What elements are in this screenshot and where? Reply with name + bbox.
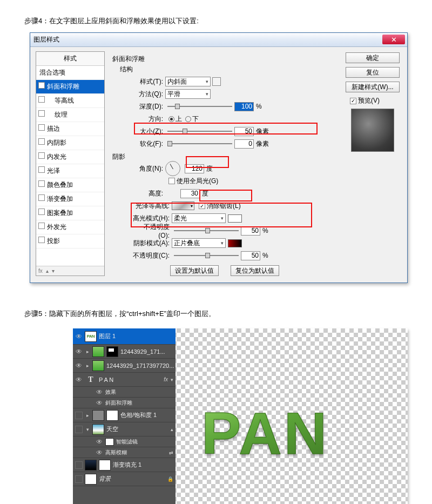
step4-title: 步骤4：在文字图层上应用斜面和浮雕效果使用以下设置:	[24, 16, 408, 26]
size-label: 大小(Z):	[133, 127, 163, 136]
layers-panel: 👁 PAN 图层 1 👁▸ 12443929_171... 👁▸ 1244392…	[73, 328, 176, 504]
hl-opacity-slider[interactable]	[174, 227, 239, 234]
angle-dial[interactable]	[165, 161, 180, 176]
hl-opacity-input[interactable]: 50	[241, 226, 260, 236]
close-button[interactable]: ✕	[382, 35, 405, 44]
hl-mode-label: 高光模式(H):	[133, 214, 170, 223]
sh-color-swatch[interactable]	[228, 239, 242, 247]
layer-row-2[interactable]: 👁▸ 12443929_1717397720...	[73, 359, 176, 373]
item-color-overlay[interactable]: 颜色叠加	[36, 178, 104, 192]
depth-slider[interactable]	[167, 103, 232, 110]
dialog-title: 图层样式	[33, 35, 59, 44]
layer-mask-thumb	[99, 460, 111, 471]
reset-default-button[interactable]: 复位为默认值	[231, 265, 279, 276]
fx-badge[interactable]: fx	[164, 377, 168, 382]
sh-mode-select[interactable]: 正片叠底▾	[172, 238, 226, 248]
visibility-icon[interactable]: 👁	[96, 399, 103, 407]
global-light-checkbox[interactable]	[168, 178, 175, 184]
layer-style-dialog: 图层样式 ✕ 样式 混合选项 ✓斜面和浮雕 等高线 纹理 描边 内阴影 内发光 …	[30, 32, 408, 283]
dir-down-radio[interactable]	[185, 116, 191, 122]
item-satin[interactable]: 光泽	[36, 164, 104, 178]
soften-input[interactable]: 0	[234, 139, 254, 149]
visibility-off[interactable]	[75, 475, 83, 483]
gauss-label: 高斯模糊	[105, 449, 176, 456]
sh-opacity-unit: %	[262, 252, 268, 259]
layer-smart-filters[interactable]: 👁 智能滤镜	[73, 436, 176, 447]
gloss-label: 光泽等高线:	[133, 201, 170, 211]
new-style-button[interactable]: 新建样式(W)...	[346, 82, 400, 92]
visibility-off[interactable]	[75, 461, 83, 469]
layer-row-hue[interactable]: ▸ 色相/饱和度 1	[73, 408, 176, 422]
style-select[interactable]: 内斜面▾	[165, 77, 211, 86]
style-help[interactable]	[212, 77, 221, 86]
item-stroke[interactable]: 描边	[36, 122, 104, 136]
layer-thumb	[85, 474, 97, 485]
angle-label: 角度(N):	[133, 164, 163, 173]
layer-row-top[interactable]: 👁 PAN 图层 1	[73, 328, 176, 345]
layer-thumb	[85, 460, 97, 471]
layer-thumb	[92, 360, 104, 371]
visibility-off[interactable]	[75, 412, 83, 419]
soften-slider[interactable]	[167, 140, 232, 147]
antialias-checkbox[interactable]: ✓	[199, 203, 205, 209]
visibility-icon[interactable]: 👁	[96, 438, 103, 446]
visibility-off[interactable]	[75, 426, 83, 433]
item-contour[interactable]: 等高线	[36, 94, 104, 108]
size-slider[interactable]	[167, 127, 232, 135]
layer-gaussian-blur[interactable]: 👁 高斯模糊 ⇄	[73, 447, 176, 458]
item-bevel[interactable]: ✓斜面和浮雕	[36, 80, 104, 94]
angle-input[interactable]: 120	[185, 164, 204, 173]
size-input[interactable]: 50	[234, 127, 254, 136]
visibility-icon[interactable]: 👁	[96, 449, 103, 456]
depth-input[interactable]: 100	[234, 102, 254, 111]
item-outer-glow[interactable]: 外发光	[36, 220, 104, 234]
item-texture[interactable]: 纹理	[36, 108, 104, 122]
layer-effect-bevel[interactable]: 👁 斜面和浮雕	[73, 398, 176, 408]
layer-row-gradfill[interactable]: 渐变填充 1	[73, 458, 176, 472]
set-default-button[interactable]: 设置为默认值	[170, 265, 219, 276]
cancel-button[interactable]: 复位	[346, 67, 400, 78]
blend-options-item[interactable]: 混合选项	[36, 66, 104, 80]
visibility-icon[interactable]: 👁	[75, 333, 83, 340]
ok-button[interactable]: 确定	[346, 52, 400, 63]
layer-row-1[interactable]: 👁▸ 12443929_171...	[73, 345, 176, 359]
preview-checkbox[interactable]: ✓	[350, 98, 356, 104]
altitude-unit: 度	[202, 189, 208, 198]
dialog-titlebar[interactable]: 图层样式 ✕	[30, 33, 407, 47]
item-drop-shadow[interactable]: 投影	[36, 234, 104, 248]
altitude-label: 高度:	[133, 189, 163, 198]
step5-title: 步骤5：隐藏下面的所有图层，按“ctrl+shift+E”盖印一个图层。	[24, 309, 408, 319]
layer-effects[interactable]: 👁 效果	[73, 387, 176, 398]
item-gradient-overlay[interactable]: 渐变叠加	[36, 192, 104, 206]
gloss-contour[interactable]: ▾	[172, 201, 194, 210]
item-inner-glow[interactable]: 内发光	[36, 150, 104, 164]
altitude-input[interactable]: 30	[180, 189, 200, 198]
visibility-icon[interactable]: 👁	[96, 388, 103, 396]
visibility-icon[interactable]: 👁	[75, 376, 83, 384]
visibility-icon[interactable]: 👁	[75, 362, 83, 369]
antialias-label: 消除锯齿(L)	[207, 201, 241, 211]
item-pattern-overlay[interactable]: 图案叠加	[36, 206, 104, 220]
layer-row-text[interactable]: 👁 T P A N fx▾	[73, 373, 176, 387]
global-light-label: 使用全局光(G)	[177, 177, 218, 186]
technique-select[interactable]: 平滑▾	[165, 89, 211, 99]
layer-mask-thumb	[106, 410, 118, 421]
layer-row-bg[interactable]: 背景 🔒	[73, 472, 176, 486]
canvas: PAN	[172, 328, 408, 504]
hl-color-swatch[interactable]	[228, 214, 242, 223]
dir-up-radio[interactable]	[168, 116, 174, 122]
hl-mode-select[interactable]: 柔光▾	[172, 213, 226, 223]
structure-title: 结构	[120, 65, 337, 74]
visibility-icon[interactable]: 👁	[75, 348, 83, 355]
text-layer-icon: T	[85, 374, 97, 385]
item-inner-shadow[interactable]: 内阴影	[36, 136, 104, 150]
hl-opacity-label: 不透明度(O):	[133, 223, 170, 239]
layer-row-sky[interactable]: ▾ 天空▴	[73, 422, 176, 436]
sh-opacity-slider[interactable]	[174, 252, 239, 259]
soften-label: 软化(F):	[133, 139, 163, 149]
layer-thumb: PAN	[85, 331, 97, 342]
direction-label: 方向:	[133, 115, 163, 124]
layer-name: 图层 1	[99, 332, 176, 340]
sh-opacity-label: 不透明度(C):	[133, 251, 170, 260]
sh-opacity-input[interactable]: 50	[241, 251, 260, 260]
